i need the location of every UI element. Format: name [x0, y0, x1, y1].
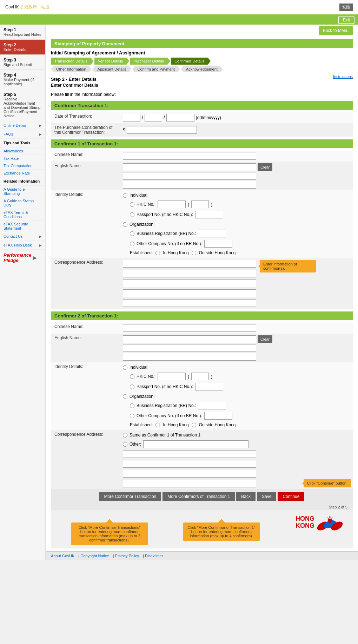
footer-privacy-link[interactable]: Privacy Policy: [115, 554, 139, 558]
date-mm-input[interactable]: [145, 114, 162, 121]
c2-english-name-input[interactable]: [123, 335, 256, 343]
c1-addr-5-input[interactable]: [123, 299, 256, 307]
c1-addr-3-input[interactable]: [123, 280, 256, 287]
c1-english-name-3-input[interactable]: [123, 181, 256, 189]
c2-organization-radio[interactable]: [123, 394, 127, 399]
date-yyyy-input[interactable]: [166, 114, 194, 121]
step4-num: Step 4: [4, 73, 42, 78]
online-demo-label: Online Demo: [4, 123, 26, 127]
c1-english-name-2-input[interactable]: [123, 172, 256, 180]
etax-terms-link[interactable]: eTAX Terms & Conditions: [0, 209, 45, 221]
c1-hkic-input[interactable]: [158, 201, 186, 208]
footer-copyright-link[interactable]: Copyright Notice: [80, 554, 109, 558]
c1-clear-button[interactable]: Clear: [258, 163, 272, 171]
back-to-menu-button[interactable]: Back to Menu: [319, 26, 353, 35]
c1-english-name-input[interactable]: [123, 163, 256, 171]
faqs-link[interactable]: FAQs ▶: [0, 130, 45, 139]
c1-br-radio[interactable]: [130, 231, 134, 236]
c1-other-company-radio[interactable]: [130, 242, 134, 246]
etax-security-link[interactable]: eTAX Security Statement: [0, 221, 45, 232]
c2-chinese-name-input[interactable]: [123, 324, 256, 332]
c1-hkic-radio[interactable]: [130, 202, 134, 207]
performance-pledge-label: PerformancePledge ▶: [4, 252, 42, 263]
c1-in-hk-label: In Hong Kong: [163, 250, 188, 255]
confirmor1-of-t1-header: Confirmor 1 of Transaction 1:: [51, 139, 353, 148]
contact-us-label: Contact Us: [4, 234, 22, 238]
footer-about-link[interactable]: About GovHK: [51, 554, 74, 558]
tab-purchaser-details[interactable]: Purchaser Details: [130, 58, 170, 65]
c2-br-input[interactable]: [198, 402, 226, 409]
c2-other-radio[interactable]: [123, 442, 127, 447]
c2-hkic-suffix-input[interactable]: [191, 373, 209, 380]
c2-passport-input[interactable]: [195, 383, 223, 390]
c2-hkic-radio[interactable]: [130, 374, 134, 379]
back-button[interactable]: Back: [236, 492, 256, 501]
c2-other-addr-3-input[interactable]: [123, 460, 256, 468]
allowances-link[interactable]: Allowances: [0, 147, 45, 155]
date-sep-2: /: [164, 115, 165, 120]
c2-hkic-input[interactable]: [158, 373, 186, 380]
c1-passport-input[interactable]: [195, 211, 223, 218]
c1-individual-radio[interactable]: [123, 193, 127, 198]
c1-hkic-bracket-open: (: [188, 202, 189, 207]
c2-other-addr-2-input[interactable]: [123, 450, 256, 458]
c1-outside-hk-radio[interactable]: [192, 251, 196, 255]
more-confirmors-of-t1-button[interactable]: More Confirmors of Transaction 1: [163, 492, 235, 501]
c2-other-addr-5-input[interactable]: [123, 480, 256, 487]
c1-in-hk-radio[interactable]: [155, 251, 160, 255]
save-button[interactable]: Save: [257, 492, 276, 501]
c1-addr-4-input[interactable]: [123, 289, 256, 297]
c1-hkic-label: HKIC No.:: [137, 202, 155, 207]
c2-english-name-3-input[interactable]: [123, 353, 256, 361]
online-demo-link[interactable]: Online Demo ▶: [0, 121, 45, 130]
footer-disclaimer-link[interactable]: Disclaimer: [145, 554, 163, 558]
c1-addr-2-input[interactable]: [123, 270, 256, 277]
c2-hkic-bracket-open: (: [188, 374, 189, 379]
c2-other-company-input[interactable]: [204, 412, 232, 420]
c2-english-name-2-input[interactable]: [123, 344, 256, 352]
c2-br-radio[interactable]: [130, 403, 134, 408]
c1-br-input[interactable]: [198, 230, 226, 237]
tips-tools-title: Tips and Tools: [0, 139, 45, 147]
tax-computation-link[interactable]: Tax Computation: [0, 162, 45, 170]
c1-organization-radio[interactable]: [123, 222, 127, 227]
c1-addr-1-input[interactable]: [123, 260, 256, 268]
confirmor2-form: Chinese Name: English Name: Clear: [51, 322, 353, 489]
etax-help-link[interactable]: eTAX Help Desk ▶: [0, 241, 45, 250]
c2-passport-radio[interactable]: [130, 385, 134, 389]
continue-button[interactable]: Continue: [278, 492, 304, 501]
faqs-label: FAQs: [4, 132, 13, 136]
guide-stamp-duty-link[interactable]: A Guide to Stamp Duty: [0, 197, 45, 209]
c2-clear-button[interactable]: Clear: [258, 335, 272, 343]
c2-other-addr-1-input[interactable]: [143, 440, 248, 448]
exchange-rate-link[interactable]: Exchange Rate: [0, 170, 45, 177]
exit-button[interactable]: Exit: [338, 17, 354, 24]
c2-hkic-bracket-close: ): [211, 374, 212, 379]
more-confirmor-transaction-button[interactable]: More Confirmor Transaction: [99, 492, 161, 501]
purchase-consideration-input[interactable]: [127, 126, 197, 134]
sub-acknowledgement: Acknowledgement: [181, 66, 223, 72]
c1-hkic-suffix-input[interactable]: [191, 201, 209, 208]
tab-transaction-details[interactable]: Transaction Details: [51, 58, 94, 65]
tax-rate-link[interactable]: Tax Rate: [0, 155, 45, 162]
c1-chinese-name-input[interactable]: [123, 152, 256, 160]
c2-hkic-label: HKIC No.:: [137, 374, 155, 379]
c2-outside-hk-radio[interactable]: [192, 423, 196, 427]
tab-vendor-details[interactable]: Vendor Details: [94, 58, 130, 65]
c2-same-as-c1-radio[interactable]: [123, 433, 127, 438]
c1-passport-radio[interactable]: [130, 212, 134, 217]
tab-confirmor-details[interactable]: Confirmor Details: [171, 58, 211, 65]
guide-estamping-link[interactable]: A Guide to e-Stamping: [0, 186, 45, 197]
instructions-link[interactable]: Instructions: [333, 74, 353, 79]
logo-govhk-text: GovHK: [5, 5, 19, 9]
c2-other-addr-4-input[interactable]: [123, 470, 256, 478]
c2-other-company-radio[interactable]: [130, 414, 134, 418]
performance-pledge-item[interactable]: PerformancePledge ▶: [0, 250, 45, 266]
c2-individual-radio[interactable]: [123, 365, 127, 370]
c2-in-hk-radio[interactable]: [155, 423, 160, 427]
faqs-arrow: ▶: [39, 132, 42, 136]
c1-other-company-input[interactable]: [204, 240, 232, 248]
contact-us-link[interactable]: Contact Us ▶: [0, 232, 45, 241]
date-dd-input[interactable]: [123, 114, 140, 121]
lang-button[interactable]: 繁體: [339, 4, 353, 11]
